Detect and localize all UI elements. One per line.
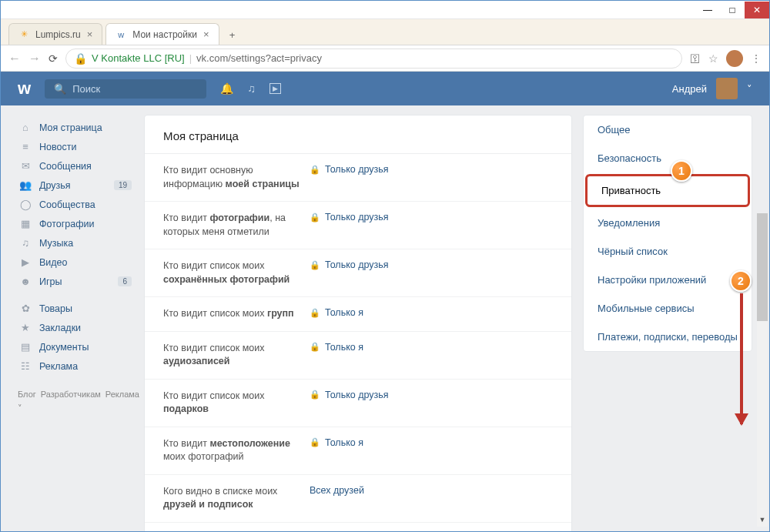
sidebar-item-label: Моя страница [39, 122, 102, 133]
setting-value[interactable]: 🔒 Только я [310, 307, 363, 318]
sidebar-item-label: Друзья [39, 180, 71, 191]
nav-icon: ♫ [19, 237, 32, 249]
tab-close-icon[interactable]: × [87, 28, 93, 40]
sidebar-item[interactable]: ✉ Сообщения [18, 156, 133, 176]
setting-value[interactable]: 🔒 Только друзья [310, 390, 389, 400]
setting-value[interactable]: Всех друзей [310, 485, 364, 496]
music-icon[interactable]: ♫ [247, 82, 256, 95]
lock-icon: 🔒 [310, 260, 320, 270]
star-icon[interactable]: ☆ [708, 52, 718, 65]
sidebar-item[interactable]: ✿ Товары [18, 299, 133, 318]
lock-icon: 🔒 [310, 342, 320, 352]
setting-value[interactable]: 🔒 Только друзья [310, 164, 389, 175]
nav-icon: ⌂ [19, 122, 32, 133]
profile-avatar-icon[interactable] [726, 50, 743, 67]
nav-icon: ▤ [19, 341, 32, 353]
footer-link[interactable]: Блог [18, 390, 36, 399]
url-org: V Kontakte LLC [RU] [92, 52, 185, 64]
sidebar-item[interactable]: ☷ Реклама [18, 356, 133, 376]
tab-title: Мои настройки [132, 29, 197, 40]
vk-search-input[interactable]: 🔍 Поиск [45, 79, 206, 99]
settings-tab[interactable]: Настройки приложений [584, 266, 752, 294]
setting-label: Кто видит список моих аудиозаписей [163, 342, 310, 369]
setting-row: Кто видит список моих сохранённых фотогр… [145, 249, 571, 297]
nav-icon: ★ [19, 322, 32, 333]
sidebar-item[interactable]: ★ Закладки [18, 318, 133, 337]
setting-label: Кто видит фотографии, на которых меня от… [163, 212, 310, 239]
nav-icon: ✿ [19, 303, 32, 314]
url-input[interactable]: 🔒 V Kontakte LLC [RU] | vk.com/settings?… [65, 49, 682, 69]
key-icon[interactable]: ⚿ [690, 52, 701, 65]
sidebar-item[interactable]: ♫ Музыка [18, 233, 133, 253]
footer-link[interactable]: Разработчикам [41, 390, 101, 399]
nav-icon: ≡ [19, 141, 32, 152]
settings-tab[interactable]: Платежи, подписки, переводы [584, 323, 752, 351]
settings-tab-privacy[interactable]: Приватность [585, 174, 750, 207]
window-close[interactable]: ✕ [745, 2, 769, 18]
setting-value[interactable]: 🔒 Только друзья [310, 259, 389, 270]
sidebar-item-label: Новости [39, 142, 76, 152]
sidebar-item-label: Сообщения [39, 161, 92, 172]
sidebar-item-label: Товары [39, 303, 72, 314]
sidebar-item[interactable]: ⌂ Моя страница [18, 118, 133, 137]
settings-tab[interactable]: Безопасность [584, 144, 752, 172]
annotation-badge-2: 2 [730, 270, 752, 292]
menu-icon[interactable]: ⋮ [751, 52, 762, 65]
sidebar-item[interactable]: ▶ Видео [18, 253, 133, 272]
setting-value[interactable]: 🔒 Только я [310, 342, 363, 353]
vk-user-menu[interactable]: Андрей ˅ [672, 78, 752, 99]
nav-icon: ☷ [19, 360, 32, 372]
setting-label: Кто видит список моих подарков [163, 390, 310, 417]
chevron-down-icon: ˅ [747, 83, 752, 95]
setting-value[interactable]: 🔒 Только друзья [310, 212, 389, 223]
scrollbar[interactable]: ▼ [757, 213, 768, 527]
search-icon: 🔍 [54, 83, 66, 95]
sidebar-item[interactable]: ☻ Игры 6 [18, 272, 133, 291]
play-icon[interactable]: ▶ [270, 83, 281, 94]
new-tab-button[interactable]: + [223, 25, 243, 45]
browser-tab[interactable]: ✳ Lumpics.ru × [8, 23, 102, 45]
sidebar-item[interactable]: ▦ Фотографии [18, 214, 133, 233]
setting-row: Кого видно в списке моих друзей и подпис… [145, 475, 571, 523]
tab-close-icon[interactable]: × [203, 28, 209, 40]
settings-tab[interactable]: Общее [584, 115, 752, 144]
settings-tab[interactable]: Чёрный список [584, 237, 752, 266]
scroll-down-icon[interactable]: ▼ [757, 516, 768, 527]
setting-label: Кто видит список моих сохранённых фотогр… [163, 259, 310, 286]
footer-link[interactable]: Реклама [105, 390, 139, 399]
browser-tabstrip: ✳ Lumpics.ru ×w Мои настройки ×+ [1, 19, 769, 45]
settings-card: Моя страница Кто видит основную информац… [144, 115, 572, 531]
sidebar-item-label: Закладки [39, 323, 81, 333]
vk-logo-icon[interactable]: w [18, 79, 31, 99]
sidebar-item-label: Реклама [39, 361, 78, 372]
nav-icon: 👥 [19, 179, 32, 191]
sidebar-item[interactable]: ▤ Документы [18, 337, 133, 356]
sidebar-item[interactable]: ≡ Новости [18, 137, 133, 156]
sidebar-item-label: Видео [39, 257, 68, 268]
nav-back-icon[interactable]: ← [8, 52, 21, 65]
scroll-thumb[interactable] [757, 213, 768, 321]
setting-label: Кто видит местоположение моих фотографий [163, 437, 310, 464]
sidebar-item[interactable]: ◯ Сообщества [18, 195, 133, 214]
sidebar-item-label: Фотографии [39, 219, 94, 229]
settings-tab[interactable]: Уведомления⚙ [584, 209, 752, 237]
left-sidebar: ⌂ Моя страница ≡ Новости ✉ Сообщения 👥 Д… [18, 115, 133, 531]
lock-icon: 🔒 [310, 165, 320, 175]
lock-icon: 🔒 [310, 308, 320, 318]
window-maximize[interactable]: □ [720, 2, 745, 18]
sidebar-item-label: Документы [39, 342, 89, 353]
nav-forward-icon[interactable]: → [28, 52, 41, 65]
sidebar-item[interactable]: 👥 Друзья 19 [18, 176, 133, 195]
settings-tab[interactable]: Мобильные сервисы [584, 294, 752, 323]
bell-icon[interactable]: 🔔 [220, 82, 233, 95]
tab-title: Lumpics.ru [35, 29, 81, 40]
favicon-icon: ✳ [18, 29, 29, 40]
browser-tab[interactable]: w Мои настройки × [105, 23, 219, 45]
sidebar-item-label: Сообщества [39, 199, 95, 210]
setting-value[interactable]: 🔒 Только я [310, 437, 363, 448]
nav-icon: ◯ [19, 199, 32, 210]
nav-icon: ▶ [19, 256, 32, 268]
window-minimize[interactable]: — [695, 2, 720, 18]
reload-icon[interactable]: ⟳ [49, 52, 58, 65]
setting-row: Кто видит список моих аудиозаписей 🔒 Тол… [145, 332, 571, 380]
